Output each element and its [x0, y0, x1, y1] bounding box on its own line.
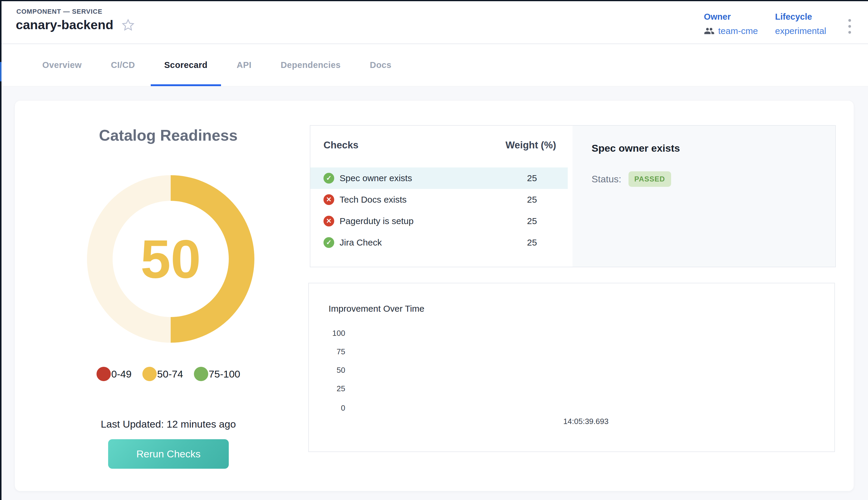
checks-table-header: Checks Weight (%): [324, 139, 567, 151]
check-detail-panel: Spec owner exists Status: PASSED: [572, 126, 835, 267]
y-axis-tick: 100: [326, 328, 345, 338]
checks-panel: Checks Weight (%) Spec owner exists 25 T…: [310, 125, 836, 267]
y-axis-tick: 75: [326, 347, 345, 356]
chart-title: Improvement Over Time: [328, 304, 425, 314]
owner-link[interactable]: team-cme: [718, 26, 758, 36]
legend-item-low: 0-49: [96, 367, 132, 381]
lifecycle-block: Lifecycle experimental: [775, 12, 826, 36]
kebab-menu-icon[interactable]: [847, 18, 852, 35]
entity-tabbar: Overview CI/CD Scorecard API Dependencie…: [1, 44, 868, 87]
score-donut-chart: 50: [87, 175, 254, 343]
tab-cicd[interactable]: CI/CD: [97, 44, 148, 86]
legend-item-mid: 50-74: [142, 367, 183, 381]
status-badge: PASSED: [628, 171, 671, 187]
checks-column-header: Checks: [324, 139, 495, 151]
table-row[interactable]: Pagerduty is setup 25: [310, 211, 568, 232]
entity-header: COMPONENT — SERVICE canary-backend Owner…: [0, 1, 868, 44]
catalog-readiness-title: Catalog Readiness: [15, 126, 322, 144]
score-donut-hole: 50: [113, 201, 229, 317]
check-status-row: Status: PASSED: [592, 171, 816, 187]
lifecycle-label: Lifecycle: [775, 12, 826, 22]
score-value: 50: [141, 232, 201, 286]
status-label: Status:: [592, 174, 621, 185]
entity-title-row: canary-backend: [16, 18, 135, 32]
tab-overview[interactable]: Overview: [29, 44, 95, 86]
check-status-icon: [324, 194, 334, 205]
tab-scorecard[interactable]: Scorecard: [151, 44, 221, 86]
check-status-icon: [324, 173, 334, 184]
favorite-star-icon[interactable]: [121, 18, 135, 32]
table-row[interactable]: Spec owner exists 25: [310, 168, 568, 189]
table-row[interactable]: Tech Docs exists 25: [310, 189, 568, 211]
y-axis-tick: 0: [326, 403, 345, 413]
last-updated-text: Last Updated: 12 minutes ago: [15, 418, 322, 430]
legend-dot-green: [194, 367, 208, 381]
improvement-chart: Improvement Over Time 100 75 50 25 0 14:…: [309, 283, 834, 452]
check-status-icon: [324, 216, 334, 226]
improvement-chart-panel: Improvement Over Time 100 75 50 25 0 14:…: [308, 283, 835, 452]
scorecard-card: Catalog Readiness 50 0-49 50-74 75-100 L…: [15, 101, 854, 491]
sidebar-active-indicator: [0, 62, 1, 81]
tab-api[interactable]: API: [223, 44, 265, 86]
entity-kind-eyebrow: COMPONENT — SERVICE: [16, 8, 103, 15]
owner-block: Owner team-cme: [704, 12, 758, 36]
table-row[interactable]: Jira Check 25: [310, 232, 568, 253]
rerun-checks-button[interactable]: Rerun Checks: [108, 439, 229, 469]
tab-dependencies[interactable]: Dependencies: [267, 44, 354, 86]
legend-dot-red: [96, 367, 111, 381]
y-axis-tick: 25: [326, 384, 345, 393]
tab-docs[interactable]: Docs: [357, 44, 405, 86]
check-status-icon: [324, 237, 334, 248]
check-detail-title: Spec owner exists: [592, 143, 816, 154]
owner-label: Owner: [704, 12, 758, 22]
score-legend: 0-49 50-74 75-100: [15, 367, 322, 381]
x-axis-tick: 14:05:39.693: [559, 417, 613, 426]
people-icon: [704, 27, 715, 35]
checks-rows: Spec owner exists 25 Tech Docs exists 25…: [310, 168, 568, 253]
legend-dot-yellow: [142, 367, 157, 381]
checks-table: Checks Weight (%) Spec owner exists 25 T…: [310, 126, 572, 267]
weight-column-header: Weight (%): [495, 139, 567, 151]
legend-item-high: 75-100: [194, 367, 240, 381]
page-title: canary-backend: [16, 18, 113, 32]
lifecycle-value: experimental: [775, 26, 826, 36]
window-top-edge: [0, 0, 868, 1]
y-axis-tick: 50: [326, 365, 345, 375]
